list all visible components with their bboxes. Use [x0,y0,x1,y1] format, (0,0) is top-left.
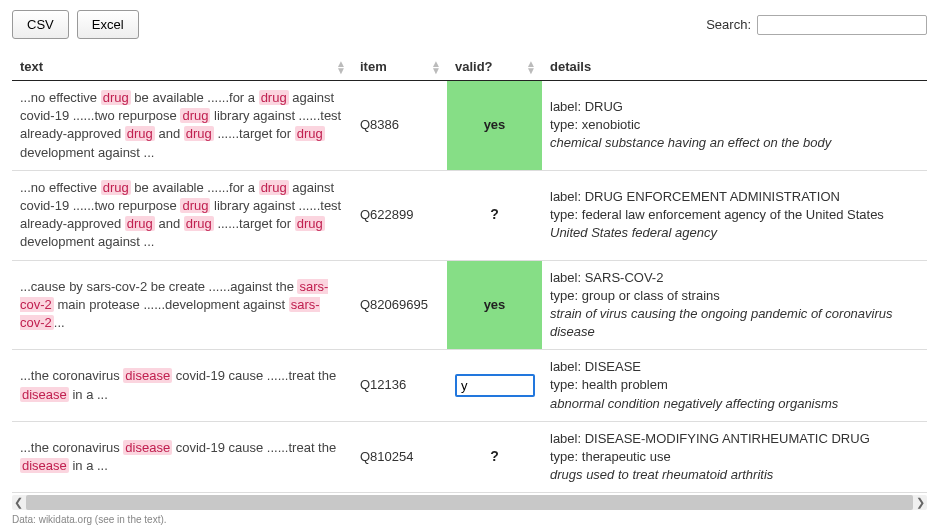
details-label: label: DISEASE [550,358,919,376]
valid-cell[interactable]: ? [447,421,542,493]
details-cell: label: DRUG ENFORCEMENT ADMINISTRATIONty… [542,170,927,260]
details-desc: drugs used to treat rheumatoid arthritis [550,466,919,484]
text-cell: ...no effective drug be available ......… [12,81,352,171]
data-source-note: Data: wikidata.org (see in the text). [12,514,927,525]
item-cell: Q12136 [352,350,447,422]
highlight-term: drug [125,216,155,231]
details-cell: label: DRUGtype: xenobioticchemical subs… [542,81,927,171]
details-type: type: federal law enforcement agency of … [550,206,919,224]
item-cell: Q8386 [352,81,447,171]
excel-button[interactable]: Excel [77,10,139,39]
sort-icon: ▲▼ [526,60,536,74]
table-row: ...no effective drug be available ......… [12,81,927,171]
valid-cell[interactable]: yes [447,260,542,350]
sort-icon: ▲▼ [431,60,441,74]
details-label: label: DRUG [550,98,919,116]
scroll-thumb[interactable] [26,495,913,510]
details-cell: label: DISEASE-MODIFYING ANTIRHEUMATIC D… [542,421,927,493]
text-cell: ...the coronavirus disease covid-19 caus… [12,421,352,493]
valid-cell[interactable]: ? [447,170,542,260]
highlight-term: disease [20,387,69,402]
horizontal-scrollbar[interactable]: ❮ ❯ [12,495,927,510]
item-cell: Q82069695 [352,260,447,350]
highlight-term: drug [180,198,210,213]
details-cell: label: SARS-COV-2type: group or class of… [542,260,927,350]
text-cell: ...the coronavirus disease covid-19 caus… [12,350,352,422]
scroll-right-icon[interactable]: ❯ [916,496,925,509]
search-input[interactable] [757,15,927,35]
highlight-term: drug [101,180,131,195]
highlight-term: drug [295,126,325,141]
table-row: ...the coronavirus disease covid-19 caus… [12,350,927,422]
details-type: type: group or class of strains [550,287,919,305]
details-type: type: therapeutic use [550,448,919,466]
details-label: label: SARS-COV-2 [550,269,919,287]
col-header-valid[interactable]: valid?▲▼ [447,53,542,81]
highlight-term: drug [259,180,289,195]
highlight-term: drug [184,216,214,231]
search-label: Search: [706,17,751,32]
details-label: label: DISEASE-MODIFYING ANTIRHEUMATIC D… [550,430,919,448]
details-cell: label: DISEASEtype: health problemabnorm… [542,350,927,422]
data-table: text▲▼ item▲▼ valid?▲▼ details ...no eff… [12,53,927,493]
details-desc: United States federal agency [550,224,919,242]
highlight-term: drug [259,90,289,105]
highlight-term: drug [180,108,210,123]
highlight-term: disease [123,440,172,455]
col-header-text[interactable]: text▲▼ [12,53,352,81]
valid-input[interactable] [455,374,535,397]
details-type: type: health problem [550,376,919,394]
item-cell: Q810254 [352,421,447,493]
text-cell: ...cause by sars-cov-2 be create ......a… [12,260,352,350]
csv-button[interactable]: CSV [12,10,69,39]
highlight-term: disease [123,368,172,383]
sort-icon: ▲▼ [336,60,346,74]
scroll-left-icon[interactable]: ❮ [14,496,23,509]
item-cell: Q622899 [352,170,447,260]
col-header-details: details [542,53,927,81]
details-desc: abnormal condition negatively affecting … [550,395,919,413]
highlight-term: disease [20,458,69,473]
table-row: ...no effective drug be available ......… [12,170,927,260]
valid-cell[interactable]: yes [447,81,542,171]
text-cell: ...no effective drug be available ......… [12,170,352,260]
highlight-term: drug [184,126,214,141]
highlight-term: drug [295,216,325,231]
table-row: ...the coronavirus disease covid-19 caus… [12,421,927,493]
highlight-term: drug [125,126,155,141]
details-desc: strain of virus causing the ongoing pand… [550,305,919,341]
col-header-item[interactable]: item▲▼ [352,53,447,81]
table-row: ...cause by sars-cov-2 be create ......a… [12,260,927,350]
valid-cell[interactable] [447,350,542,422]
details-desc: chemical substance having an effect on t… [550,134,919,152]
details-label: label: DRUG ENFORCEMENT ADMINISTRATION [550,188,919,206]
details-type: type: xenobiotic [550,116,919,134]
highlight-term: drug [101,90,131,105]
